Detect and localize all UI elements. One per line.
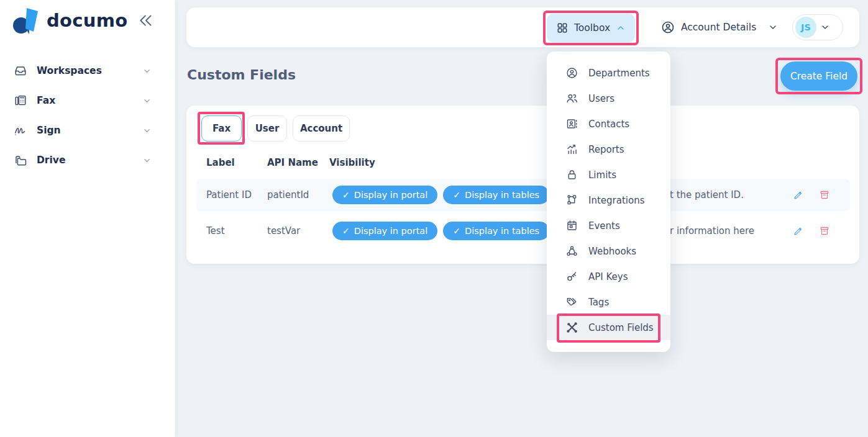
chevron-up-icon — [616, 23, 626, 33]
signature-icon — [14, 124, 27, 137]
pencil-icon — [793, 225, 804, 237]
chevron-down-icon — [142, 96, 152, 106]
account-details-menu[interactable]: Account Details — [660, 7, 778, 47]
tag-icon — [565, 295, 578, 309]
badge-display-in-tables: ✓Display in tables — [443, 222, 549, 240]
archive-icon — [819, 189, 830, 200]
row-actions — [793, 225, 830, 237]
chevron-down-icon — [768, 22, 778, 32]
brand-logo[interactable]: documo — [12, 6, 127, 35]
chart-icon — [565, 143, 578, 156]
chevrons-left-icon — [138, 12, 154, 29]
brand-name: documo — [47, 10, 127, 31]
tab-user[interactable]: User — [247, 115, 287, 142]
documo-logo-icon — [12, 6, 41, 35]
chevron-down-icon — [142, 126, 152, 135]
chevron-down-icon — [142, 156, 152, 165]
sidebar-item-label: Workspaces — [37, 65, 102, 76]
folders-icon — [14, 153, 27, 167]
row-actions — [793, 189, 830, 200]
menu-item-webhooks[interactable]: Webhooks — [547, 238, 670, 264]
menu-item-limits[interactable]: Limits — [547, 162, 670, 187]
delete-button[interactable] — [819, 225, 830, 237]
visibility-badges: ✓Display in portal ✓Display in tables — [332, 186, 549, 204]
pencil-icon — [793, 189, 804, 200]
sidebar-item-label: Sign — [37, 125, 61, 136]
sidebar-item-fax[interactable]: Fax — [0, 86, 175, 115]
create-field-button[interactable]: Create Field — [780, 61, 857, 91]
check-icon: ✓ — [453, 226, 460, 236]
person-circle-icon — [565, 66, 578, 79]
table-row: Test testVar ✓Display in portal ✓Display… — [196, 215, 850, 247]
tab-fax[interactable]: Fax — [201, 115, 242, 142]
sidebar-item-drive[interactable]: Drive — [0, 145, 175, 175]
webhook-icon — [565, 245, 578, 258]
tools-icon — [565, 321, 578, 334]
column-header-visibility: Visibility — [329, 157, 375, 168]
user-avatar-menu[interactable]: JS — [792, 14, 843, 40]
sidebar-item-label: Fax — [37, 95, 55, 106]
menu-item-tags[interactable]: Tags — [547, 289, 670, 315]
check-icon: ✓ — [342, 226, 350, 236]
custom-fields-card: Fax User Account Label API Name Visibili… — [186, 106, 859, 264]
cell-description: t the patient ID. — [670, 189, 744, 200]
fax-icon — [14, 94, 27, 107]
menu-item-integrations[interactable]: Integrations — [547, 187, 670, 213]
badge-display-in-tables: ✓Display in tables — [443, 186, 549, 204]
delete-button[interactable] — [819, 189, 830, 200]
lock-icon — [565, 168, 578, 181]
column-header-api-name: API Name — [267, 157, 318, 168]
check-icon: ✓ — [453, 190, 460, 200]
badge-display-in-portal: ✓Display in portal — [332, 186, 437, 204]
toolbox-label: Toolbox — [574, 22, 610, 34]
edit-button[interactable] — [793, 225, 804, 237]
key-icon — [565, 270, 578, 283]
chevron-down-icon — [820, 22, 830, 32]
menu-item-contacts[interactable]: Contacts — [547, 111, 670, 137]
sidebar-item-sign[interactable]: Sign — [0, 115, 175, 145]
chevron-down-icon — [142, 66, 152, 76]
menu-item-users[interactable]: Users — [547, 86, 670, 111]
cell-api-name: patientId — [267, 189, 309, 200]
menu-item-custom-fields[interactable]: Custom Fields — [547, 315, 670, 340]
sidebar-item-workspaces[interactable]: Workspaces — [0, 56, 175, 86]
users-icon — [565, 92, 578, 105]
menu-item-events[interactable]: Events — [547, 213, 670, 238]
edit-button[interactable] — [793, 189, 804, 200]
contact-card-icon — [565, 117, 578, 130]
archive-icon — [819, 225, 830, 237]
toolbox-dropdown-menu: Departments Users Contacts Reports Limit… — [547, 52, 670, 352]
topbar: Toolbox Account Details JS — [186, 7, 859, 47]
cell-api-name: testVar — [267, 225, 300, 237]
check-icon: ✓ — [342, 190, 350, 200]
cell-label: Test — [206, 225, 225, 237]
cell-description: r information here — [670, 225, 754, 237]
column-header-label: Label — [206, 157, 235, 168]
sidebar-item-label: Drive — [37, 155, 65, 166]
page-title: Custom Fields — [187, 67, 296, 83]
sidebar: documo Workspaces Fax — [0, 0, 175, 437]
table-row: Patient ID patientId ✓Display in portal … — [196, 179, 850, 211]
menu-item-departments[interactable]: Departments — [547, 60, 670, 86]
sidebar-collapse-button[interactable] — [138, 12, 155, 30]
cell-label: Patient ID — [206, 189, 252, 200]
grid-icon — [556, 22, 569, 34]
toolbox-button[interactable]: Toolbox — [547, 14, 635, 42]
sidebar-nav: Workspaces Fax Sign — [0, 56, 175, 175]
calendar-icon — [565, 219, 578, 232]
avatar: JS — [795, 17, 816, 38]
tab-account[interactable]: Account — [293, 115, 350, 142]
workflow-icon — [565, 194, 578, 207]
menu-item-reports[interactable]: Reports — [547, 137, 670, 162]
visibility-badges: ✓Display in portal ✓Display in tables — [332, 222, 549, 240]
menu-item-api-keys[interactable]: API Keys — [547, 264, 670, 289]
inbox-icon — [14, 64, 27, 78]
account-details-label: Account Details — [681, 22, 756, 33]
badge-display-in-portal: ✓Display in portal — [332, 222, 437, 240]
person-circle-icon — [660, 20, 675, 35]
